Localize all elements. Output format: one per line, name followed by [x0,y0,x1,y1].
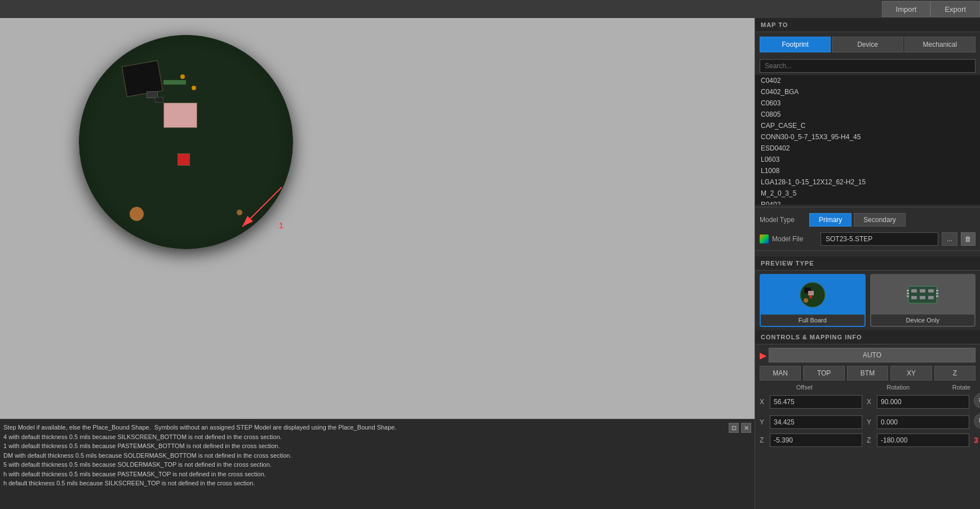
map-to-buttons: Footprint Device Mechanical [755,32,980,57]
search-input[interactable] [760,59,975,73]
full-board-label: Full Board [761,315,864,326]
right-panel: MAP TO Footprint Device Mechanical C0402… [755,18,980,509]
canvas-viewport[interactable]: 1 [0,18,755,419]
y-offset-label: Y [760,418,768,426]
pink-component [163,103,197,128]
model-file-delete-button[interactable]: 🗑 [961,232,975,246]
device-only-label: Device Only [871,315,975,326]
full-board-image [761,275,864,315]
map-to-header: MAP TO [755,18,980,32]
model-file-row: Model File ... 🗑 [755,230,980,248]
model-file-label: Model File [772,235,817,243]
svg-rect-17 [936,290,938,291]
z-offset-label: Z [760,436,768,444]
rotate-header-label: Rotate [947,384,975,391]
model-file-input[interactable] [821,232,938,246]
svg-rect-11 [911,296,917,299]
device-only-image [871,275,975,315]
x-rotation-label: X [867,398,875,406]
model-type-row: Model Type Primary Secondary [755,210,980,230]
y-offset-input[interactable] [770,415,862,429]
device-preview-icon [906,281,939,309]
or-headers: Offset Rotation Rotate [760,384,975,391]
footprint-item[interactable]: ESD0402 [755,143,980,154]
main-content: 1 ⊡ ✕ Step Model if available, else the … [0,18,980,509]
svg-rect-7 [908,286,937,303]
auto-button[interactable]: AUTO [769,348,975,362]
footprint-item[interactable]: R0402 [755,199,980,205]
footprint-item[interactable]: C0603 [755,98,980,109]
footprint-item[interactable]: CONN30-0_5-7_15X3_95-H4_45 [755,131,980,143]
control-buttons-row: MANTOPBTMXYZ [760,366,975,380]
annotation-3-container: 3 ◀ [974,435,980,446]
footprint-list[interactable]: C0402C0402_BGAC0603C0805CAP_CASE_CCONN30… [755,75,980,205]
resize-icon[interactable]: ⊡ [729,423,739,433]
import-button[interactable]: Import [882,1,931,17]
ctrl-btn-man[interactable]: MAN [760,366,801,380]
log-text: Step Model if available, else the Place_… [3,423,751,488]
map-mechanical-button[interactable]: Mechanical [904,37,975,52]
map-device-button[interactable]: Device [832,37,903,52]
x-offset-group: X [760,395,862,409]
log-panel-controls: ⊡ ✕ [729,423,751,433]
ctrl-btn-xy[interactable]: XY [890,366,932,380]
footprint-item[interactable]: LGA128-1_0-15_12X12_62-H2_15 [755,176,980,188]
footprint-item[interactable]: L1008 [755,165,980,176]
svg-rect-19 [936,295,938,297]
svg-rect-13 [928,296,934,299]
model-file-browse-button[interactable]: ... [942,232,957,246]
primary-button[interactable]: Primary [809,213,852,227]
footprint-item[interactable]: C0402_BGA [755,86,980,98]
z-offset-input[interactable] [770,433,862,447]
svg-rect-8 [911,289,917,293]
auto-arrow-icon: ▶ [760,350,766,361]
footprint-item[interactable]: C0805 [755,109,980,120]
map-footprint-button[interactable]: Footprint [760,37,831,52]
export-button[interactable]: Export [930,1,980,17]
secondary-button[interactable]: Secondary [854,213,905,227]
x-rotation-group: X [867,395,969,409]
x-offset-label: X [760,398,768,406]
full-board-card[interactable]: Full Board [760,274,866,327]
x-rotation-input[interactable] [877,395,969,409]
footprint-item[interactable]: CAP_CASE_C [755,120,980,131]
divider-1 [755,207,980,207]
x-offset-input[interactable] [770,395,862,409]
annotation-3: 3 [974,436,978,445]
model-file-icon [760,234,769,244]
rotate-y-button[interactable]: ↻ [974,413,980,429]
svg-rect-15 [907,293,909,294]
annotation-arrow-1 [225,176,293,244]
pcb-preview-icon [796,281,830,309]
footprint-item[interactable]: C0402 [755,75,980,86]
rotate-x-button[interactable]: ↻ [974,393,980,409]
log-panel: ⊡ ✕ Step Model if available, else the Pl… [0,419,755,509]
svg-rect-4 [808,291,814,295]
preview-type-header: PREVIEW TYPE [755,256,980,271]
rotation-header: Rotation [854,384,943,391]
y-rotation-input[interactable] [877,415,969,429]
ctrl-btn-top[interactable]: TOP [803,366,844,380]
z-row: Z Z 3 ◀ [760,433,975,447]
device-only-card[interactable]: Device Only [870,274,976,327]
y-row: Y Y ↻ [760,413,975,431]
canvas-area: 1 ⊡ ✕ Step Model if available, else the … [0,18,755,509]
red-component [178,153,190,166]
svg-line-0 [242,187,282,227]
z-rotation-input[interactable] [877,433,969,447]
ctrl-btn-btm[interactable]: BTM [847,366,888,380]
footprint-item[interactable]: M_2_0_3_5 [755,188,980,199]
preview-section: PREVIEW TYPE Full Board [755,253,980,330]
y-rotation-label: Y [867,418,875,426]
svg-point-6 [804,298,808,303]
controls-section: ▶ AUTO MANTOPBTMXYZ Offset Rotation Rota… [755,344,980,453]
close-icon[interactable]: ✕ [741,423,751,433]
offset-header: Offset [760,384,849,391]
ctrl-btn-z[interactable]: Z [934,366,975,380]
svg-rect-9 [920,289,925,293]
z-rotation-label: Z [867,436,875,444]
svg-rect-18 [936,293,938,294]
z-rotation-group: Z [867,433,969,447]
svg-rect-10 [928,289,934,293]
footprint-item[interactable]: L0603 [755,154,980,165]
